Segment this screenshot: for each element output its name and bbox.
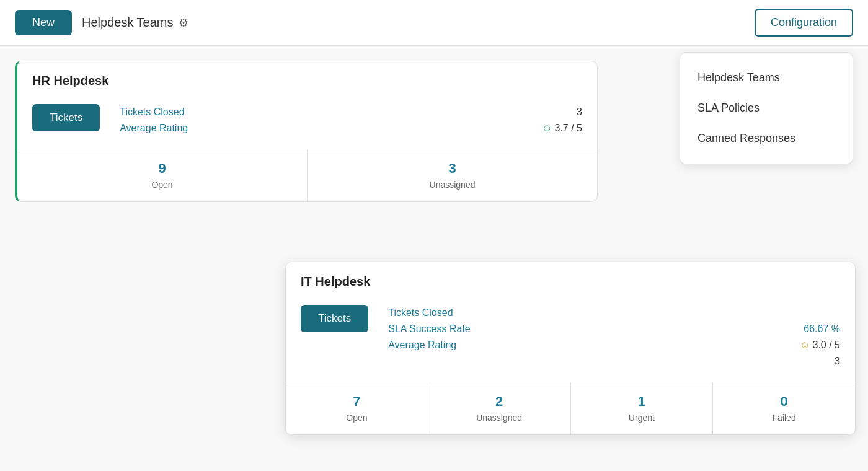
it-stat-row-sla: SLA Success Rate 66.67 % xyxy=(388,321,840,337)
hr-avg-rating-number: 3.7 / 5 xyxy=(555,123,582,134)
hr-tickets-closed-value: 3 xyxy=(577,107,582,118)
it-count-value: 3 xyxy=(835,356,840,367)
hr-avg-rating-label[interactable]: Average Rating xyxy=(120,123,188,134)
page-title: Helpdesk Teams ⚙ xyxy=(82,15,188,30)
it-tickets-button[interactable]: Tickets xyxy=(301,305,368,332)
it-footer-open[interactable]: 7 Open xyxy=(286,382,428,434)
hr-unassigned-number: 3 xyxy=(314,161,591,177)
hr-card-body: Tickets Tickets Closed 3 Average Rating … xyxy=(17,104,597,149)
it-stats-section: Tickets Closed SLA Success Rate 66.67 % … xyxy=(388,305,840,369)
it-stat-row-tickets-closed: Tickets Closed xyxy=(388,305,840,321)
hr-tickets-closed-label[interactable]: Tickets Closed xyxy=(120,107,184,118)
it-open-number: 7 xyxy=(292,394,422,410)
hr-open-number: 9 xyxy=(24,161,301,177)
it-avg-rating-label[interactable]: Average Rating xyxy=(388,340,456,351)
hr-footer-open[interactable]: 9 Open xyxy=(17,149,308,201)
new-button[interactable]: New xyxy=(15,10,72,35)
it-failed-number: 0 xyxy=(719,394,849,410)
top-bar: New Helpdesk Teams ⚙ Configuration xyxy=(0,0,868,46)
it-stat-row-avg-rating: Average Rating ☺ 3.0 / 5 xyxy=(388,337,840,353)
page-title-text: Helpdesk Teams xyxy=(82,15,173,30)
hr-open-label: Open xyxy=(151,180,172,190)
dropdown-item-helpdesk-teams[interactable]: Helpdesk Teams xyxy=(680,63,852,93)
gear-icon[interactable]: ⚙ xyxy=(179,16,188,30)
it-card-footer: 7 Open 2 Unassigned 1 Urgent 0 Failed xyxy=(286,382,855,434)
hr-footer-unassigned[interactable]: 3 Unassigned xyxy=(308,149,597,201)
dropdown-item-canned-responses[interactable]: Canned Responses xyxy=(680,123,852,154)
it-urgent-label: Urgent xyxy=(629,413,655,423)
it-stat-row-count: 3 xyxy=(388,353,840,369)
configuration-button[interactable]: Configuration xyxy=(755,9,853,37)
hr-stat-row-tickets-closed: Tickets Closed 3 xyxy=(120,104,582,120)
hr-stats-section: Tickets Closed 3 Average Rating ☺ 3.7 / … xyxy=(120,104,582,136)
hr-card-footer: 9 Open 3 Unassigned xyxy=(17,149,597,201)
hr-tickets-button[interactable]: Tickets xyxy=(32,104,100,131)
hr-avg-rating-value: ☺ 3.7 / 5 xyxy=(542,123,582,134)
hr-unassigned-label: Unassigned xyxy=(430,180,476,190)
it-urgent-number: 1 xyxy=(577,394,707,410)
hr-helpdesk-card: HR Helpdesk Tickets Tickets Closed 3 Ave… xyxy=(15,61,598,202)
it-unassigned-number: 2 xyxy=(435,394,564,410)
smiley-green-icon: ☺ xyxy=(542,123,552,134)
it-card-body: Tickets Tickets Closed SLA Success Rate … xyxy=(286,305,855,382)
main-content: HR Helpdesk Tickets Tickets Closed 3 Ave… xyxy=(0,46,868,217)
it-avg-rating-value: ☺ 3.0 / 5 xyxy=(800,340,840,351)
it-card-header: IT Helpdesk xyxy=(286,262,855,305)
it-unassigned-label: Unassigned xyxy=(476,413,522,423)
it-tickets-closed-label[interactable]: Tickets Closed xyxy=(388,307,453,319)
it-card-title: IT Helpdesk xyxy=(301,275,840,289)
it-sla-value: 66.67 % xyxy=(804,324,840,335)
hr-card-title: HR Helpdesk xyxy=(32,74,582,88)
configuration-dropdown: Helpdesk Teams SLA Policies Canned Respo… xyxy=(680,52,853,164)
it-footer-urgent[interactable]: 1 Urgent xyxy=(571,382,714,434)
dropdown-item-sla-policies[interactable]: SLA Policies xyxy=(680,93,852,123)
it-open-label: Open xyxy=(346,413,367,423)
it-helpdesk-card: IT Helpdesk Tickets Tickets Closed SLA S… xyxy=(285,262,856,435)
it-avg-rating-number: 3.0 / 5 xyxy=(813,340,840,351)
hr-card-header: HR Helpdesk xyxy=(17,61,597,104)
it-footer-failed[interactable]: 0 Failed xyxy=(713,382,855,434)
hr-stat-row-avg-rating: Average Rating ☺ 3.7 / 5 xyxy=(120,120,582,136)
it-sla-label[interactable]: SLA Success Rate xyxy=(388,324,471,335)
smiley-yellow-icon: ☺ xyxy=(800,340,810,351)
it-failed-label: Failed xyxy=(773,413,796,423)
it-footer-unassigned[interactable]: 2 Unassigned xyxy=(428,382,571,434)
